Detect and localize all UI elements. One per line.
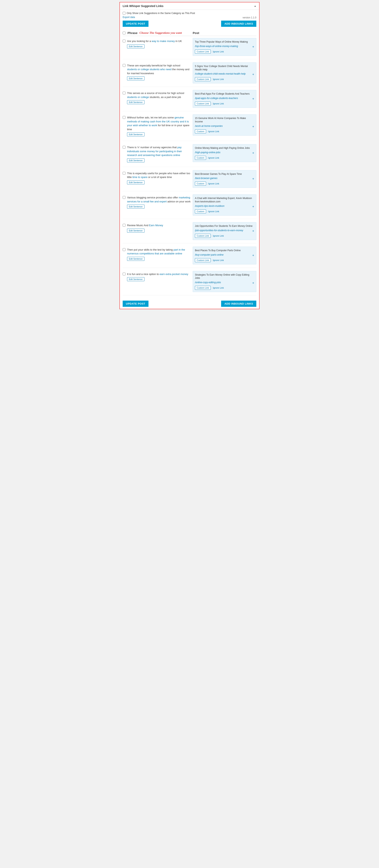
edit-sentence-button[interactable]: Edit Sentence bbox=[127, 205, 144, 209]
plus-button[interactable]: + bbox=[252, 45, 254, 49]
table-row: Then put your skills to the test by taki… bbox=[123, 247, 256, 268]
row-checkbox[interactable] bbox=[123, 196, 125, 199]
post-actions: Custom Link|Ignore Link bbox=[195, 102, 254, 105]
post-url-link[interactable]: /work-at-home-companies bbox=[195, 125, 223, 127]
row-checkbox[interactable] bbox=[123, 40, 125, 42]
phrase-link[interactable]: time to spare bbox=[133, 176, 147, 179]
phrase-link[interactable]: students or college bbox=[127, 96, 149, 99]
plus-button[interactable]: + bbox=[252, 254, 254, 257]
plus-button[interactable]: + bbox=[252, 177, 254, 181]
row-checkbox[interactable] bbox=[123, 172, 125, 175]
plus-button[interactable]: + bbox=[252, 151, 254, 155]
plus-button[interactable]: + bbox=[252, 205, 254, 208]
update-post-button-top[interactable]: UPDATE POST bbox=[123, 21, 148, 27]
phrase-link[interactable]: marketing services for a small fee and e… bbox=[127, 196, 190, 203]
phrase-link[interactable]: pay individuals some money for participa… bbox=[127, 146, 182, 157]
edit-sentence-button[interactable]: Edit Sentence bbox=[127, 44, 144, 49]
post-url-link[interactable]: /ipad-apps-for-college-students-teachers bbox=[195, 97, 238, 100]
custom-link-button[interactable]: Custom Link bbox=[195, 258, 211, 262]
custom-link-button[interactable]: Custom Link bbox=[195, 50, 211, 54]
edit-sentence-button[interactable]: Edit Sentence bbox=[127, 100, 144, 104]
post-actions: Custom|Ignore Link bbox=[195, 209, 254, 213]
post-url-link[interactable]: /best-browser-games bbox=[195, 177, 217, 180]
custom-link-button[interactable]: Custom bbox=[195, 182, 206, 186]
custom-link-button[interactable]: Custom bbox=[195, 156, 206, 160]
phrase-link[interactable]: genuine methods of making cash from the … bbox=[127, 116, 189, 127]
plus-button[interactable]: + bbox=[252, 72, 254, 76]
only-show-label: Only Show Link Suggestions in the Same C… bbox=[127, 12, 195, 14]
ignore-link-button[interactable]: Ignore Link bbox=[208, 130, 219, 133]
edit-sentence-button[interactable]: Edit Sentence bbox=[127, 132, 144, 136]
plus-button[interactable]: + bbox=[252, 125, 254, 128]
ignore-link-button[interactable]: Ignore Link bbox=[213, 259, 224, 261]
widget-body: Only Show Link Suggestions in the Same C… bbox=[120, 10, 259, 309]
post-url-link[interactable]: /college-student-child-needs-mental-heal… bbox=[195, 72, 245, 75]
phrase-text: This is especially useful for people who… bbox=[127, 172, 191, 179]
row-checkbox[interactable] bbox=[123, 224, 125, 226]
phrase-text: Then put your skills to the test by taki… bbox=[127, 248, 191, 256]
edit-sentence-button[interactable]: Edit Sentence bbox=[127, 257, 144, 261]
post-url-link[interactable]: /experts-tips-kevin-muldoon bbox=[195, 205, 224, 208]
post-actions: Custom|Ignore Link bbox=[195, 156, 254, 160]
custom-link-button[interactable]: Custom bbox=[195, 129, 206, 133]
phrase-col: Without further ado, let me tell you som… bbox=[123, 115, 191, 137]
phrase-link[interactable]: way to make money bbox=[152, 40, 175, 42]
row-checkbox[interactable] bbox=[123, 64, 125, 67]
phrase-col: Review Music And Earn MoneyEdit Sentence bbox=[123, 222, 191, 234]
phrase-link[interactable]: students or college students who need bbox=[127, 68, 172, 71]
row-checkbox[interactable] bbox=[123, 273, 125, 275]
custom-link-button[interactable]: Custom Link bbox=[195, 286, 211, 290]
url-plus-row: /online-copy-editing-jobs+ bbox=[195, 281, 254, 285]
custom-link-button[interactable]: Custom Link bbox=[195, 234, 211, 238]
post-url-link[interactable]: /buy-computer-parts-online bbox=[195, 253, 224, 256]
post-title: Job Opportunities For Students To Earn M… bbox=[195, 224, 254, 228]
plus-button[interactable]: + bbox=[252, 281, 254, 285]
plus-button[interactable]: + bbox=[252, 97, 254, 101]
export-link[interactable]: Export data bbox=[123, 16, 135, 19]
ignore-link-button[interactable]: Ignore Link bbox=[208, 210, 219, 213]
edit-sentence-button[interactable]: Edit Sentence bbox=[127, 158, 144, 162]
row-checkbox[interactable] bbox=[123, 116, 125, 119]
post-col: 15 Genuine Work At Home Companies To Mak… bbox=[193, 115, 256, 135]
ignore-link-button[interactable]: Ignore Link bbox=[213, 102, 224, 105]
post-actions: Custom Link|Ignore Link bbox=[195, 77, 254, 81]
ignore-link-button[interactable]: Ignore Link bbox=[213, 78, 224, 81]
phrase-link[interactable]: earn extra pocket money bbox=[160, 273, 188, 276]
row-checkbox[interactable] bbox=[123, 92, 125, 94]
url-plus-row: /ipad-apps-for-college-students-teachers… bbox=[195, 97, 254, 101]
th-phrase: Phrase bbox=[127, 31, 138, 35]
custom-link-button[interactable]: Custom Link bbox=[195, 77, 211, 81]
post-url-link[interactable]: /online-copy-editing-jobs bbox=[195, 281, 221, 284]
post-url-link[interactable]: /top-three-ways-of-online-money-making bbox=[195, 45, 238, 48]
table-row: These are especially beneficial for high… bbox=[123, 62, 256, 87]
ignore-link-button[interactable]: Ignore Link bbox=[208, 182, 219, 185]
ignore-link-button[interactable]: Ignore Link bbox=[213, 235, 224, 237]
select-all-checkbox[interactable] bbox=[123, 32, 125, 34]
ignore-link-button[interactable]: Ignore Link bbox=[208, 157, 219, 159]
ignore-link-button[interactable]: Ignore Link bbox=[213, 51, 224, 53]
update-post-button-bottom[interactable]: UPDATE POST bbox=[123, 301, 148, 307]
post-col: Strategies To Earn Money Online with Cop… bbox=[193, 271, 256, 292]
edit-sentence-button[interactable]: Edit Sentence bbox=[127, 180, 144, 184]
edit-sentence-button[interactable]: Edit Sentence bbox=[127, 228, 144, 232]
row-checkbox[interactable] bbox=[123, 146, 125, 149]
edit-sentence-button[interactable]: Edit Sentence bbox=[127, 277, 144, 281]
plus-button[interactable]: + bbox=[252, 229, 254, 233]
add-inbound-button-bottom[interactable]: ADD INBOUND LINKS bbox=[221, 301, 256, 307]
collapse-arrow[interactable]: ▲ bbox=[254, 5, 256, 7]
add-inbound-button-top[interactable]: ADD INBOUND LINKS bbox=[221, 21, 256, 27]
row-checkbox[interactable] bbox=[123, 248, 125, 251]
post-title: A Chat with Internet Marketing Expert, K… bbox=[195, 196, 254, 204]
post-actions: Custom|Ignore Link bbox=[195, 129, 254, 133]
phrase-link[interactable]: part in the numerous competitions that a… bbox=[127, 248, 185, 255]
ignore-link-button[interactable]: Ignore Link bbox=[213, 287, 224, 289]
custom-link-button[interactable]: Custom bbox=[195, 209, 206, 213]
post-url-link[interactable]: /job-opportunities-for-students-to-earn-… bbox=[195, 229, 243, 232]
action-divider: | bbox=[207, 130, 207, 133]
action-divider: | bbox=[211, 51, 212, 53]
custom-link-button[interactable]: Custom Link bbox=[195, 102, 211, 105]
only-show-checkbox[interactable] bbox=[123, 12, 125, 14]
post-url-link[interactable]: /high-paying-online-jobs bbox=[195, 151, 220, 154]
edit-sentence-button[interactable]: Edit Sentence bbox=[127, 76, 144, 81]
phrase-link[interactable]: Earn Money bbox=[149, 224, 163, 227]
